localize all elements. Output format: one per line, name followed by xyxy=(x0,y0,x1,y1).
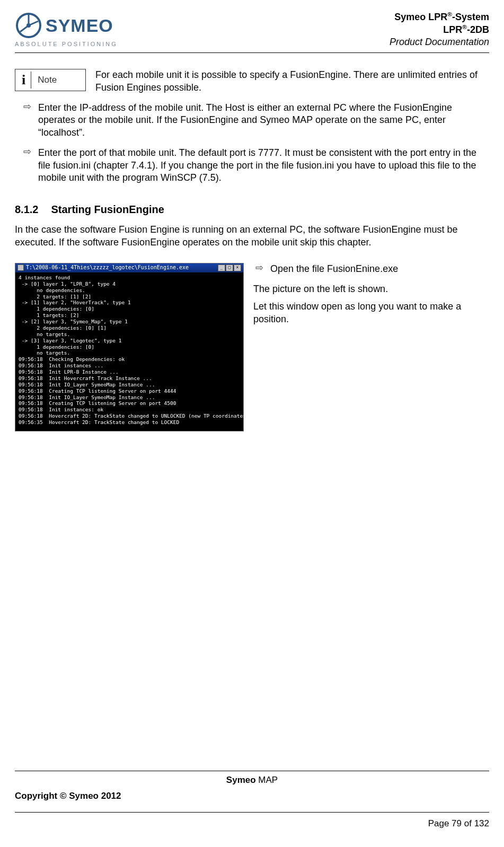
close-icon: × xyxy=(234,264,241,271)
footer-product-name: MAP xyxy=(256,775,278,785)
note-label: Note xyxy=(36,74,57,86)
svg-text:SYMEO: SYMEO xyxy=(46,15,113,36)
header-line2a: LPR xyxy=(443,24,462,35)
arrow-right-icon: ⇨ xyxy=(21,147,33,157)
footer-product: Symeo MAP xyxy=(15,771,489,786)
header-line1b: -System xyxy=(452,12,489,22)
logo-tagline: ABSOLUTE POSITIONING xyxy=(15,40,126,48)
header-line3: Product Documentation xyxy=(390,36,489,48)
figure-caption-p1: The picture on the left is shown. xyxy=(253,283,489,296)
instruction-text: Enter the port of that mobile unit. The … xyxy=(38,147,489,184)
console-screenshot: T:\2008-06-11_4Thies\zzzzz_logotec\Fusio… xyxy=(15,263,244,431)
instruction-text: Enter the IP-address of the mobile unit.… xyxy=(38,102,489,139)
section-intro: In the case the software Fusion Engine i… xyxy=(15,224,489,249)
footer-copyright: Copyright © Symeo 2012 xyxy=(15,790,489,802)
logo-block: SYMEO ABSOLUTE POSITIONING xyxy=(15,11,126,48)
instruction-item: ⇨ Open the file FusionEnine.exe xyxy=(253,263,489,276)
figure-caption-p2: Let this window open as long you want to… xyxy=(253,301,489,326)
header-line2b: -2DB xyxy=(467,24,489,35)
section-title: Starting FusionEngine xyxy=(51,204,164,215)
note-callout: i Note For each mobile unit it is possib… xyxy=(15,68,489,94)
svg-line-4 xyxy=(20,25,29,32)
figure-row: T:\2008-06-11_4Thies\zzzzz_logotec\Fusio… xyxy=(15,263,489,431)
instruction-text: Open the file FusionEnine.exe xyxy=(270,263,398,276)
console-titlebar: T:\2008-06-11_4Thies\zzzzz_logotec\Fusio… xyxy=(15,263,243,272)
symeo-logo-icon: SYMEO xyxy=(15,11,126,41)
console-body: 4 instances found -> [0] layer 1, "LPR_B… xyxy=(15,272,243,431)
figure-right-column: ⇨ Open the file FusionEnine.exe The pict… xyxy=(253,263,489,331)
section-number: 8.1.2 xyxy=(15,204,38,215)
instruction-item: ⇨ Enter the IP-address of the mobile uni… xyxy=(21,102,489,139)
console-title-text: T:\2008-06-11_4Thies\zzzzz_logotec\Fusio… xyxy=(26,264,189,271)
arrow-right-icon: ⇨ xyxy=(21,102,33,112)
page-number: Page 79 of 132 xyxy=(15,818,489,830)
footer-product-brand: Symeo xyxy=(226,775,256,785)
svg-line-3 xyxy=(29,21,38,25)
section-heading: 8.1.2Starting FusionEngine xyxy=(15,202,489,216)
footer-divider xyxy=(15,812,489,813)
page-footer: Symeo MAP Copyright © Symeo 2012 Page 79… xyxy=(15,771,489,830)
info-icon: i xyxy=(19,72,31,89)
header-line1a: Symeo LPR xyxy=(394,12,447,22)
arrow-right-icon: ⇨ xyxy=(253,263,265,273)
instruction-item: ⇨ Enter the port of that mobile unit. Th… xyxy=(21,147,489,184)
maximize-icon: □ xyxy=(226,264,233,271)
minimize-icon: _ xyxy=(218,264,225,271)
note-text: For each mobile unit it is possible to s… xyxy=(95,68,489,94)
note-badge: i Note xyxy=(15,69,86,91)
app-icon xyxy=(17,264,24,271)
page-header: SYMEO ABSOLUTE POSITIONING Symeo LPR®-Sy… xyxy=(15,11,489,53)
header-doc-titles: Symeo LPR®-System LPR®-2DB Product Docum… xyxy=(390,11,489,48)
